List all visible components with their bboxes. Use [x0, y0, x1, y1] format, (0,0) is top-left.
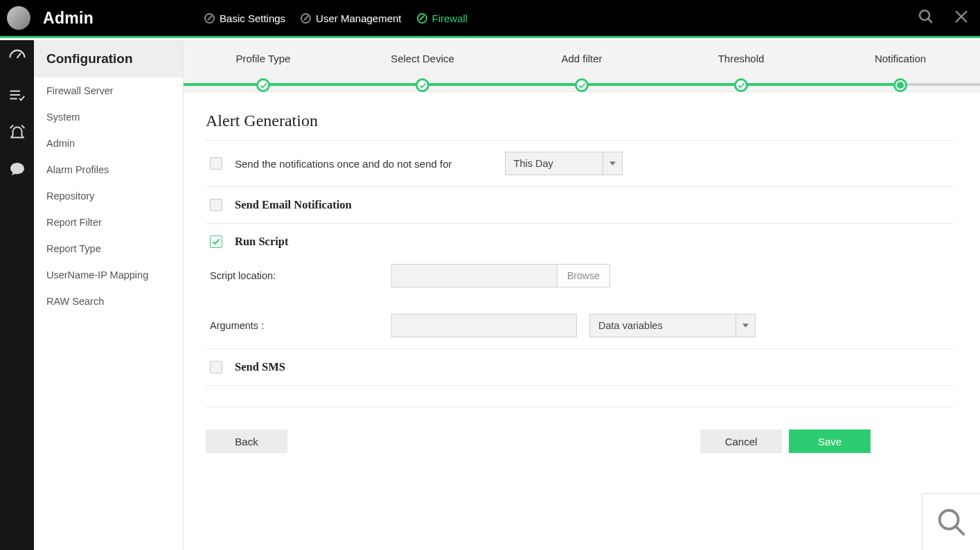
step-node-add-filter[interactable]	[575, 78, 589, 92]
checkbox-run-script[interactable]	[210, 236, 222, 248]
svg-line-9	[21, 125, 24, 127]
sidebar-item-report-type[interactable]: Report Type	[34, 236, 183, 262]
select-duration-value: This Day	[506, 152, 603, 175]
tab-label: Firewall	[432, 12, 468, 24]
tab-user-management[interactable]: User Management	[301, 12, 401, 24]
input-script-location[interactable]	[391, 264, 558, 287]
config-sidebar: Configuration Firewall Server System Adm…	[34, 40, 184, 550]
search-icon[interactable]	[918, 8, 934, 28]
option-send-sms: Send SMS	[206, 349, 954, 386]
sidebar-item-username-ip-mapping[interactable]: UserName-IP Mapping	[34, 262, 183, 288]
sidebar-item-raw-search[interactable]: RAW Search	[34, 288, 183, 314]
cancel-button[interactable]: Cancel	[700, 429, 782, 453]
chat-icon[interactable]	[9, 161, 26, 180]
avatar[interactable]	[7, 6, 30, 30]
step-node-profile-type[interactable]	[256, 78, 270, 92]
gauge-icon	[204, 13, 215, 24]
sidebar-header: Configuration	[34, 40, 183, 78]
sidebar-item-system[interactable]: System	[34, 104, 183, 130]
topbar-tabs: Basic Settings User Management Firewall	[204, 12, 467, 24]
left-rail	[0, 40, 34, 550]
svg-line-1	[928, 19, 932, 22]
main-area: Profile Type Select Device Add filter Th…	[184, 40, 980, 550]
topbar-right	[918, 8, 969, 28]
close-icon[interactable]	[954, 9, 969, 27]
svg-line-11	[955, 526, 963, 534]
form-content: Alert Generation Send the notifications …	[184, 92, 980, 467]
floating-search[interactable]	[922, 493, 980, 550]
tab-basic-settings[interactable]: Basic Settings	[204, 12, 285, 24]
save-button[interactable]: Save	[789, 429, 871, 453]
select-duration[interactable]: This Day	[505, 152, 623, 175]
checkbox-send-email[interactable]	[210, 199, 222, 211]
dashboard-icon[interactable]	[8, 47, 27, 69]
step-node-threshold[interactable]	[734, 78, 748, 92]
step-node-select-device[interactable]	[416, 78, 429, 92]
page-title: Admin	[43, 9, 93, 28]
tab-firewall[interactable]: Firewall	[417, 12, 468, 24]
option-send-email: Send Email Notification	[206, 187, 954, 224]
sidebar-item-firewall-server[interactable]: Firewall Server	[34, 78, 183, 104]
step-label: Profile Type	[184, 53, 343, 64]
select-data-variables-value: Data variables	[590, 314, 736, 337]
bell-icon[interactable]	[8, 123, 26, 144]
label-script-location: Script location:	[210, 270, 391, 281]
chevron-down-icon	[603, 152, 622, 175]
gauge-icon	[301, 13, 311, 24]
label-send-once: Send the notifications once and do not s…	[235, 158, 452, 170]
option-send-once: Send the notifications once and do not s…	[206, 141, 954, 187]
tab-label: User Management	[316, 12, 401, 24]
input-arguments[interactable]	[391, 314, 577, 337]
select-data-variables[interactable]: Data variables	[589, 314, 756, 337]
sidebar-item-alarm-profiles[interactable]: Alarm Profiles	[34, 157, 183, 183]
step-label: Notification	[821, 53, 980, 64]
checkbox-send-once[interactable]	[210, 157, 222, 170]
label-run-script: Run Script	[235, 235, 288, 249]
step-node-notification[interactable]	[893, 78, 907, 92]
option-run-script: Run Script Script location: Browse Argum…	[206, 224, 954, 349]
back-button[interactable]: Back	[206, 429, 287, 453]
tab-label: Basic Settings	[220, 12, 285, 24]
section-heading: Alert Generation	[206, 112, 954, 130]
form-footer: Back Cancel Save	[206, 407, 954, 453]
sidebar-item-report-filter[interactable]: Report Filter	[34, 209, 183, 236]
svg-line-4	[17, 53, 21, 57]
label-send-email: Send Email Notification	[235, 198, 352, 212]
step-label: Add filter	[502, 53, 661, 64]
browse-button[interactable]: Browse	[558, 264, 610, 287]
step-track-fill	[184, 83, 900, 86]
svg-line-8	[10, 125, 12, 127]
topbar: Admin Basic Settings User Management Fir…	[0, 0, 980, 38]
label-arguments: Arguments :	[210, 320, 391, 331]
gauge-icon	[417, 13, 427, 24]
sidebar-item-repository[interactable]: Repository	[34, 183, 183, 209]
wizard-stepper: Profile Type Select Device Add filter Th…	[184, 40, 980, 92]
step-label: Threshold	[661, 53, 821, 64]
chevron-down-icon	[736, 314, 755, 337]
step-label: Select Device	[343, 53, 502, 64]
checkbox-send-sms[interactable]	[210, 361, 222, 373]
list-check-icon[interactable]	[8, 86, 26, 107]
sidebar-item-admin[interactable]: Admin	[34, 130, 183, 157]
label-send-sms: Send SMS	[235, 360, 285, 374]
